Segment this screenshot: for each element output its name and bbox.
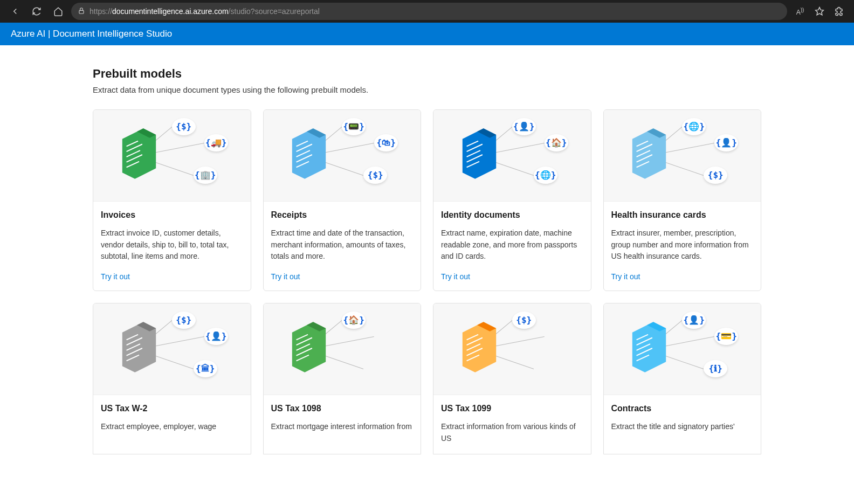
model-card[interactable]: {🏠} US Tax 1098 Extract mortgage interes… xyxy=(263,303,422,454)
extraction-bubble-icon: {🛍} xyxy=(374,134,398,151)
card-description: Extract time and date of the transaction… xyxy=(271,227,414,263)
browser-chrome: https://documentintelligence.ai.azure.co… xyxy=(0,0,854,23)
card-description: Extract invoice ID, customer details, ve… xyxy=(101,227,243,263)
extraction-bubble-icon: {🏛} xyxy=(194,360,217,377)
svg-marker-1 xyxy=(816,8,824,15)
extraction-bubble-icon: {$} xyxy=(363,167,387,184)
card-body: Receipts Extract time and date of the tr… xyxy=(264,202,421,291)
home-button[interactable] xyxy=(50,3,67,20)
app-header: Azure AI | Document Intelligence Studio xyxy=(0,23,854,45)
extraction-bubble-icon: {$} xyxy=(704,167,727,184)
card-title: US Tax 1099 xyxy=(441,404,583,413)
card-description: Extract employee, employer, wage xyxy=(101,421,243,444)
card-body: US Tax W-2 Extract employee, employer, w… xyxy=(93,395,251,454)
card-description: Extract information from various kinds o… xyxy=(441,421,583,444)
model-card[interactable]: {$} US Tax 1099 Extract information from… xyxy=(433,303,591,454)
card-illustration-area: {👤}{🏠}{🌐} xyxy=(433,110,591,202)
card-description: Extract mortgage interest information fr… xyxy=(271,421,414,444)
card-illustration-icon: {$}{🚚}{🏢} xyxy=(113,118,231,194)
extraction-bubble-icon: {ℹ} xyxy=(704,360,727,377)
url-text: https://documentintelligence.ai.azure.co… xyxy=(89,7,781,16)
extraction-bubble-icon: {🌐} xyxy=(534,167,557,184)
document-icon xyxy=(288,128,330,182)
try-it-out-link[interactable]: Try it out xyxy=(101,272,243,281)
favorite-button[interactable] xyxy=(811,3,828,20)
card-illustration-icon: {$}{👤}{🏛} xyxy=(113,312,231,387)
try-it-out-link[interactable]: Try it out xyxy=(611,272,754,281)
refresh-button[interactable] xyxy=(28,3,45,20)
extraction-bubble-icon: {📟} xyxy=(342,118,366,135)
card-body: Invoices Extract invoice ID, customer de… xyxy=(93,202,251,291)
extraction-bubble-icon: {👤} xyxy=(204,328,228,345)
try-it-out-link[interactable]: Try it out xyxy=(271,272,414,281)
extraction-bubble-icon: {🏢} xyxy=(194,167,217,184)
card-illustration-area: {📟}{🛍}{$} xyxy=(264,110,421,202)
card-illustration-area: {🏠} xyxy=(264,303,421,395)
card-title: Receipts xyxy=(271,210,414,220)
extraction-bubble-icon: {🚚} xyxy=(204,134,228,151)
card-title: Invoices xyxy=(101,210,243,220)
model-card[interactable]: {📟}{🛍}{$} Receipts Extract time and date… xyxy=(263,109,422,291)
model-card[interactable]: {👤}{🏠}{🌐} Identity documents Extract nam… xyxy=(433,109,591,291)
document-icon xyxy=(628,128,670,182)
card-illustration-icon: {👤}{💳}{ℹ} xyxy=(623,312,741,387)
back-button[interactable] xyxy=(6,3,24,20)
extraction-bubble-icon: {💳} xyxy=(714,328,738,345)
card-illustration-area: {$} xyxy=(433,303,591,395)
url-bar[interactable]: https://documentintelligence.ai.azure.co… xyxy=(71,3,787,20)
card-grid: {$}{🚚}{🏢} Invoices Extract invoice ID, c… xyxy=(93,109,761,454)
card-illustration-area: {$}{🚚}{🏢} xyxy=(93,110,251,202)
card-body: Identity documents Extract name, expirat… xyxy=(433,202,591,291)
section-subtitle: Extract data from unique document types … xyxy=(93,85,761,94)
model-card[interactable]: {🌐}{👤}{$} Health insurance cards Extract… xyxy=(603,109,762,291)
extraction-bubble-icon: {$} xyxy=(172,312,196,329)
extraction-bubble-icon: {👤} xyxy=(682,312,706,329)
app-title: Azure AI | Document Intelligence Studio xyxy=(11,29,172,39)
svg-rect-0 xyxy=(79,10,84,13)
document-icon xyxy=(458,128,500,182)
document-icon xyxy=(288,321,330,375)
card-body: Health insurance cards Extract insurer, … xyxy=(604,202,761,291)
document-icon xyxy=(458,321,500,375)
card-description: Extract insurer, member, prescription, g… xyxy=(611,227,754,263)
card-description: Extract the title and signatory parties' xyxy=(611,421,754,444)
card-body: US Tax 1099 Extract information from var… xyxy=(433,395,591,454)
card-body: US Tax 1098 Extract mortgage interest in… xyxy=(264,395,421,454)
document-icon xyxy=(118,128,160,182)
card-illustration-icon: {$} xyxy=(453,312,571,387)
document-icon xyxy=(118,321,160,375)
extraction-bubble-icon: {$} xyxy=(512,312,536,329)
extensions-button[interactable] xyxy=(830,3,848,20)
card-title: US Tax W-2 xyxy=(101,404,243,413)
try-it-out-link[interactable]: Try it out xyxy=(441,272,583,281)
extraction-bubble-icon: {👤} xyxy=(714,134,738,151)
model-card[interactable]: {👤}{💳}{ℹ} Contracts Extract the title an… xyxy=(603,303,762,454)
main-content: Prebuilt models Extract data from unique… xyxy=(93,45,761,454)
card-illustration-area: {🌐}{👤}{$} xyxy=(604,110,761,202)
extraction-bubble-icon: {🏠} xyxy=(545,134,568,151)
extraction-bubble-icon: {$} xyxy=(172,118,196,135)
card-illustration-icon: {🌐}{👤}{$} xyxy=(623,118,741,194)
card-illustration-area: {$}{👤}{🏛} xyxy=(93,303,251,395)
card-body: Contracts Extract the title and signator… xyxy=(604,395,761,454)
card-title: Health insurance cards xyxy=(611,210,754,220)
section-title: Prebuilt models xyxy=(93,67,761,81)
read-aloud-button[interactable]: A)) xyxy=(791,3,809,20)
document-icon xyxy=(628,321,670,375)
model-card[interactable]: {$}{👤}{🏛} US Tax W-2 Extract employee, e… xyxy=(93,303,251,454)
card-illustration-icon: {📟}{🛍}{$} xyxy=(283,118,401,194)
extraction-bubble-icon: {🌐} xyxy=(682,118,706,135)
model-card[interactable]: {$}{🚚}{🏢} Invoices Extract invoice ID, c… xyxy=(93,109,251,291)
card-title: Contracts xyxy=(611,404,754,413)
card-title: US Tax 1098 xyxy=(271,404,414,413)
extraction-bubble-icon: {👤} xyxy=(512,118,536,135)
card-illustration-area: {👤}{💳}{ℹ} xyxy=(604,303,761,395)
lock-icon xyxy=(78,7,85,16)
card-illustration-icon: {👤}{🏠}{🌐} xyxy=(453,118,571,194)
extraction-bubble-icon: {🏠} xyxy=(342,312,366,329)
card-illustration-icon: {🏠} xyxy=(283,312,401,387)
card-description: Extract name, expiration date, machine r… xyxy=(441,227,583,263)
card-title: Identity documents xyxy=(441,210,583,220)
